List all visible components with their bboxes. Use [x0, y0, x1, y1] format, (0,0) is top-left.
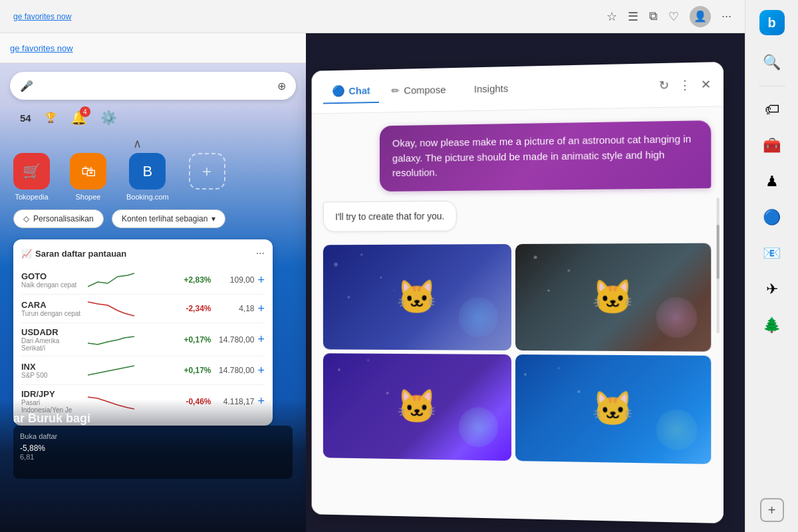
chevron-up-icon[interactable]: ∧	[133, 136, 142, 151]
stock-row[interactable]: USDADR Dari Amerika Serikat/i +0,17% 14.…	[21, 323, 265, 356]
more-icon[interactable]: ···	[722, 9, 732, 23]
scrollbar[interactable]	[717, 198, 720, 333]
content-label: Konten terlihat sebagian	[122, 214, 207, 223]
scroll-thumb[interactable]	[717, 225, 720, 279]
space-bg-4	[515, 354, 711, 464]
sidebar-divider	[759, 86, 785, 86]
stock-row[interactable]: GOTO Naik dengan cepat +2,83% 109,00 +	[21, 266, 265, 295]
trend-icon: 📈	[21, 249, 32, 259]
bot-response-bubble: I'll try to create that for you.	[323, 200, 457, 231]
stock-name-goto: GOTO Naik dengan cepat	[21, 271, 81, 289]
address-link[interactable]: ge favorites now	[10, 43, 73, 53]
tab-chat[interactable]: 🔵 Chat	[323, 78, 379, 104]
space-bg-3	[323, 353, 511, 461]
screenshot-icon[interactable]: ⧉	[649, 9, 658, 23]
svg-point-10	[386, 392, 389, 394]
generated-image-3[interactable]: 🐱	[323, 353, 511, 461]
buka-daftar-label[interactable]: Buka daftar	[20, 432, 286, 440]
stock-row[interactable]: INX S&P 500 +0,17% 14.780,00 +	[21, 356, 265, 385]
favorites-icon[interactable]: ☆	[606, 9, 617, 24]
svg-point-5	[534, 255, 537, 259]
svg-point-4	[393, 290, 394, 291]
score-count: 54	[20, 112, 31, 124]
microphone-icon[interactable]: 🎤	[20, 80, 33, 92]
generated-image-1[interactable]: 🐱	[323, 244, 511, 350]
tokopedia-label: Tokopedia	[15, 193, 48, 201]
browser-search[interactable]: 🎤 ⊕	[10, 72, 296, 100]
plane-sidebar-icon[interactable]: ✈	[757, 274, 787, 305]
stats-row: 54 🏆 🔔 4 ⚙️	[20, 110, 117, 126]
svg-point-9	[367, 359, 369, 361]
add-app-button[interactable]: +	[189, 153, 225, 190]
chess-sidebar-icon[interactable]: ♟	[757, 166, 787, 197]
close-icon[interactable]: ✕	[701, 76, 712, 92]
add-sidebar-button[interactable]: +	[760, 498, 784, 522]
tree-sidebar-icon[interactable]: 🌲	[757, 310, 787, 340]
dark-overlay: ar Buruk bagi Buka daftar -5,88% 6,81	[0, 399, 306, 532]
search-sidebar-icon[interactable]: 🔍	[757, 47, 787, 78]
shopee-app[interactable]: 🛍 Shopee	[70, 153, 106, 201]
collections-icon[interactable]: ☰	[628, 9, 638, 24]
address-bar: ge favorites now	[0, 33, 306, 63]
booking-label: Booking.com	[126, 193, 169, 201]
stock-name-usdadr: USDADR Dari Amerika Serikat/i	[21, 327, 81, 352]
generated-image-4[interactable]: 🐱	[515, 354, 711, 464]
health-icon[interactable]: ♡	[668, 9, 679, 24]
goto-add-button[interactable]: +	[257, 273, 265, 287]
bing-logo[interactable]: b	[759, 10, 785, 35]
more-options-icon[interactable]: ⋮	[679, 77, 692, 92]
insights-tab-label: Insights	[474, 82, 508, 94]
camera-icon[interactable]: ⊕	[277, 80, 286, 92]
outlook-sidebar-icon[interactable]: 📧	[757, 238, 787, 269]
space-bg-2	[515, 243, 711, 351]
svg-point-13	[577, 390, 580, 392]
booking-app[interactable]: B Booking.com	[126, 153, 169, 201]
app-icons-row: 🛒 Tokopedia 🛍 Shopee B Booking.com +	[13, 153, 225, 201]
tab-insights[interactable]: Insights	[465, 77, 517, 100]
stock-footer-val: 6,81	[20, 453, 286, 461]
cara-price: 4,18	[211, 304, 254, 313]
space-bg-1	[323, 244, 511, 350]
usdadr-price: 14.780,00	[211, 335, 254, 344]
inx-price: 14.780,00	[211, 366, 254, 375]
usdadr-chart	[88, 330, 134, 350]
compose-tab-label: Compose	[404, 84, 446, 96]
toolkit-sidebar-icon[interactable]: 🧰	[757, 130, 787, 161]
personalize-button[interactable]: ◇ Personalisasikan	[13, 209, 104, 228]
booking-icon: B	[129, 153, 166, 190]
chat-body[interactable]: Okay, now please make me a picture of an…	[312, 106, 724, 523]
content-button[interactable]: Konten terlihat sebagian ▾	[112, 209, 225, 228]
chevron-down-icon: ▾	[211, 214, 215, 223]
svg-point-3	[347, 295, 350, 298]
chat-icon: 🔵	[332, 84, 344, 97]
tag-sidebar-icon[interactable]: 🏷	[757, 94, 787, 125]
stock-header: 📈 Saran daftar pantauan ···	[21, 247, 265, 259]
refresh-icon[interactable]: ↻	[659, 78, 669, 93]
trophy-icon: 🏆	[45, 112, 57, 124]
svg-point-6	[567, 269, 570, 271]
inx-change: +0,17%	[184, 366, 211, 375]
browser-left-panel: ge favorites now 🎤 ⊕ 54 🏆 🔔 4 ⚙️ ∧ 🛒 Tok…	[0, 0, 306, 532]
tab-compose[interactable]: ✏ Compose	[382, 78, 455, 102]
settings-icon[interactable]: ⚙️	[100, 110, 117, 126]
dark-section-text: ar Buruk bagi	[13, 412, 90, 426]
notification-badge[interactable]: 🔔 4	[70, 110, 87, 126]
copilot-sidebar-icon[interactable]: 🔵	[757, 202, 787, 233]
shopee-icon: 🛍	[70, 153, 106, 190]
svg-point-0	[334, 262, 338, 266]
user-message-bubble: Okay, now please make me a picture of an…	[380, 120, 712, 191]
inx-add-button[interactable]: +	[257, 364, 265, 378]
toolbar-right-icons: ☆ ☰ ⧉ ♡ 👤 ···	[606, 6, 732, 27]
usdadr-add-button[interactable]: +	[257, 332, 265, 346]
dark-bottom-widget: Buka daftar -5,88% 6,81	[13, 426, 293, 479]
tokopedia-app[interactable]: 🛒 Tokopedia	[13, 153, 50, 201]
stock-more-icon[interactable]: ···	[256, 247, 265, 259]
personalize-icon: ◇	[23, 214, 29, 223]
panel-actions: ↻ ⋮ ✕	[659, 76, 711, 92]
generated-image-2[interactable]: 🐱	[515, 243, 711, 351]
cara-add-button[interactable]: +	[257, 302, 265, 316]
avatar[interactable]: 👤	[690, 6, 711, 27]
favorites-link[interactable]: ge favorites now	[13, 12, 71, 21]
stock-row[interactable]: CARA Turun dengan cepat -2,34% 4,18 +	[21, 295, 265, 323]
goto-chart	[88, 270, 134, 290]
